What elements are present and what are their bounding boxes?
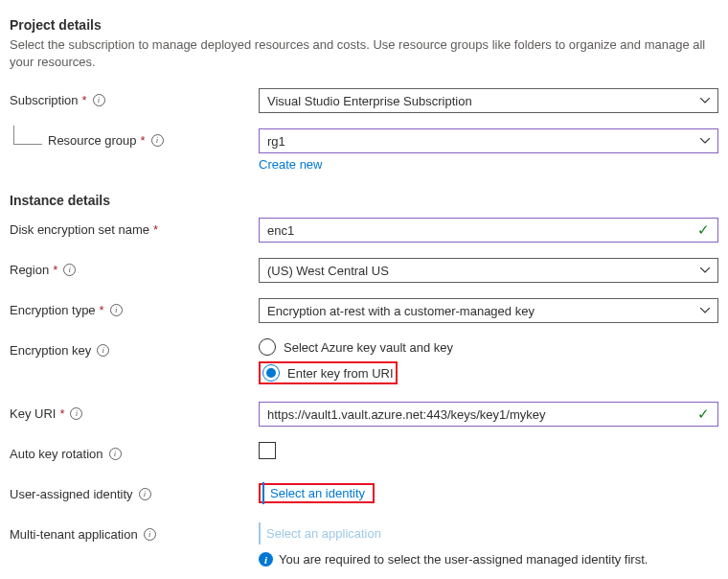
info-icon[interactable]: i <box>70 407 82 420</box>
required-asterisk: * <box>82 93 87 107</box>
region-value: (US) West Central US <box>267 264 389 278</box>
encryption-set-name-input[interactable]: enc1 ✓ <box>259 218 718 243</box>
project-details-desc: Select the subscription to manage deploy… <box>10 36 718 71</box>
multi-tenant-hint: You are required to select the user-assi… <box>279 552 648 567</box>
radio-enter-uri[interactable]: Enter key from URI <box>262 364 394 382</box>
select-application-link: Select an application <box>259 522 387 544</box>
info-icon[interactable]: i <box>93 94 105 106</box>
create-new-link[interactable]: Create new <box>259 157 322 172</box>
instance-details-heading: Instance details <box>10 193 718 208</box>
key-uri-value: https://vault1.vault.azure.net:443/keys/… <box>267 407 545 422</box>
info-icon[interactable]: i <box>109 448 122 460</box>
check-icon: ✓ <box>697 405 710 423</box>
subscription-dropdown[interactable]: Visual Studio Enterprise Subscription <box>259 88 718 113</box>
info-icon[interactable]: i <box>110 304 123 316</box>
subscription-label: Subscription <box>10 93 79 107</box>
key-uri-label: Key URI <box>10 406 56 421</box>
info-icon[interactable]: i <box>151 134 164 147</box>
info-icon[interactable]: i <box>63 264 76 276</box>
required-asterisk: * <box>153 222 158 237</box>
chevron-down-icon <box>700 267 710 273</box>
radio-label-uri: Enter key from URI <box>287 366 394 381</box>
info-icon[interactable]: i <box>139 488 151 500</box>
auto-rotation-label: Auto key rotation <box>10 447 103 461</box>
radio-label-keyvault: Select Azure key vault and key <box>284 340 453 355</box>
encryption-type-value: Encryption at-rest with a customer-manag… <box>267 304 535 318</box>
resource-group-value: rg1 <box>267 134 285 149</box>
tree-connector-line <box>13 126 42 145</box>
region-dropdown[interactable]: (US) West Central US <box>259 258 718 283</box>
region-label: Region <box>10 263 49 277</box>
encryption-type-label: Encryption type <box>10 303 96 317</box>
required-asterisk: * <box>100 303 104 317</box>
project-details-heading: Project details <box>10 17 718 33</box>
multi-tenant-app-label: Multi-tenant application <box>10 527 138 542</box>
info-icon[interactable]: i <box>144 528 156 541</box>
info-solid-icon: i <box>259 552 273 567</box>
resource-group-label: Resource group <box>48 133 137 148</box>
required-asterisk: * <box>53 263 57 277</box>
chevron-down-icon <box>700 98 710 104</box>
auto-rotation-checkbox[interactable] <box>259 442 276 459</box>
radio-icon <box>259 338 276 356</box>
chevron-down-icon <box>700 138 710 144</box>
check-icon: ✓ <box>697 221 710 239</box>
select-identity-link[interactable]: Select an identity <box>262 482 371 504</box>
encryption-key-label: Encryption key <box>10 343 91 358</box>
encryption-set-name-label: Disk encryption set name <box>10 222 149 237</box>
encryption-type-dropdown[interactable]: Encryption at-rest with a customer-manag… <box>259 298 718 323</box>
encryption-set-name-value: enc1 <box>267 223 294 238</box>
required-asterisk: * <box>141 133 146 148</box>
chevron-down-icon <box>700 308 710 313</box>
resource-group-dropdown[interactable]: rg1 <box>259 128 718 153</box>
required-asterisk: * <box>59 406 64 421</box>
subscription-value: Visual Studio Enterprise Subscription <box>267 94 472 108</box>
info-icon[interactable]: i <box>97 344 109 357</box>
radio-select-keyvault[interactable]: Select Azure key vault and key <box>259 338 718 356</box>
user-assigned-identity-label: User-assigned identity <box>10 487 133 501</box>
radio-icon <box>262 364 280 382</box>
key-uri-input[interactable]: https://vault1.vault.azure.net:443/keys/… <box>259 402 718 427</box>
